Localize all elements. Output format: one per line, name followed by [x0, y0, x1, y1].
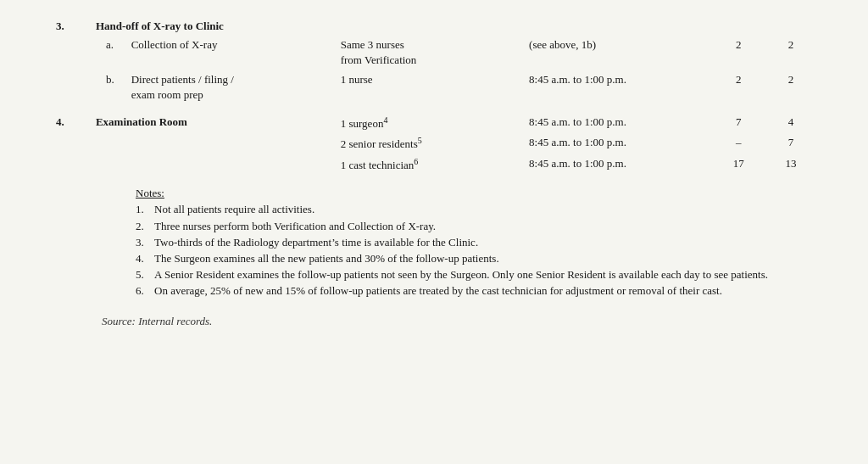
section4-time3: 8:45 a.m. to 1:00 p.m. [524, 154, 712, 176]
section4-new1: 7 [712, 113, 765, 134]
section3b-activity: Direct patients / filing /exam room prep [126, 70, 336, 104]
note-4: 4. The Surgeon examines all the new pati… [136, 251, 817, 266]
section4-sup2: 5 [418, 136, 422, 145]
source-line: Source: Internal records. [51, 315, 817, 328]
note-2-text: Three nurses perform both Verification a… [154, 219, 436, 234]
section3-item-b: b. Direct patients / filing /exam room p… [51, 70, 817, 104]
note-1-text: Not all patients require all activities. [154, 202, 314, 217]
section4-sup1: 4 [383, 115, 387, 125]
note-6-text: On average, 25% of new and 15% of follow… [154, 283, 722, 299]
section4-row3: 1 cast technician6 8:45 a.m. to 1:00 p.m… [51, 154, 817, 176]
section3b-new: 2 [712, 70, 765, 104]
section4-resource3: 1 cast technician6 [336, 154, 524, 176]
section3-item-a: a. Collection of X-ray Same 3 nursesfrom… [51, 36, 817, 70]
main-table: 3. Hand-off of X-ray to Clinic a. Collec… [51, 15, 817, 175]
section3b-time: 8:45 a.m. to 1:00 p.m. [524, 70, 712, 104]
note-4-text: The Surgeon examines all the new patient… [154, 251, 499, 266]
note-1: 1. Not all patients require all activiti… [136, 202, 817, 217]
section4-new3: 17 [712, 154, 765, 176]
note-3-num: 3. [136, 235, 154, 250]
note-2-num: 2. [136, 219, 154, 234]
section4-new2: – [712, 133, 765, 154]
note-5-num: 5. [136, 267, 154, 282]
section3b-followup: 2 [765, 70, 817, 104]
section3a-followup: 2 [765, 36, 817, 70]
section4-row1: 4. Examination Room 1 surgeon4 8:45 a.m.… [51, 113, 817, 134]
note-3-text: Two-thirds of the Radiology department’s… [154, 235, 478, 250]
section4-sup3: 6 [414, 157, 418, 166]
note-1-num: 1. [136, 202, 154, 217]
section4-time2: 8:45 a.m. to 1:00 p.m. [524, 133, 712, 154]
section4-number: 4. [51, 113, 91, 134]
note-6-num: 6. [136, 283, 154, 299]
section3b-resource: 1 nurse [336, 70, 524, 104]
section3-header: 3. Hand-off of X-ray to Clinic [51, 15, 817, 36]
section4-row2: 2 senior residents5 8:45 a.m. to 1:00 p.… [51, 133, 817, 154]
notes-list: 1. Not all patients require all activiti… [136, 202, 817, 299]
section4-followup3: 13 [765, 154, 817, 176]
section4-resource2: 2 senior residents5 [336, 133, 524, 154]
section4-time1: 8:45 a.m. to 1:00 p.m. [524, 113, 712, 134]
note-5: 5. A Senior Resident examines the follow… [136, 267, 817, 282]
spacer-row [51, 104, 817, 113]
section3a-resource: Same 3 nursesfrom Verification [336, 36, 524, 70]
section4-resource1: 1 surgeon4 [336, 113, 524, 134]
section4-followup1: 4 [765, 113, 817, 134]
section3-number: 3. [51, 15, 91, 36]
section3-title: Hand-off of X-ray to Clinic [91, 15, 336, 36]
page: 3. Hand-off of X-ray to Clinic a. Collec… [0, 0, 868, 464]
section3a-label: a. [91, 36, 126, 70]
section3a-new: 2 [712, 36, 765, 70]
notes-section: Notes: 1. Not all patients require all a… [51, 187, 817, 299]
section4-followup2: 7 [765, 133, 817, 154]
note-6: 6. On average, 25% of new and 15% of fol… [136, 283, 817, 299]
notes-title: Notes: [136, 187, 817, 200]
section3b-label: b. [91, 70, 126, 104]
note-4-num: 4. [136, 251, 154, 266]
section4-title: Examination Room [91, 113, 336, 134]
note-5-text: A Senior Resident examines the follow-up… [154, 267, 768, 282]
section3a-activity: Collection of X-ray [126, 36, 336, 70]
note-3: 3. Two-thirds of the Radiology departmen… [136, 235, 817, 250]
note-2: 2. Three nurses perform both Verificatio… [136, 219, 817, 234]
section3a-time: (see above, 1b) [524, 36, 712, 70]
